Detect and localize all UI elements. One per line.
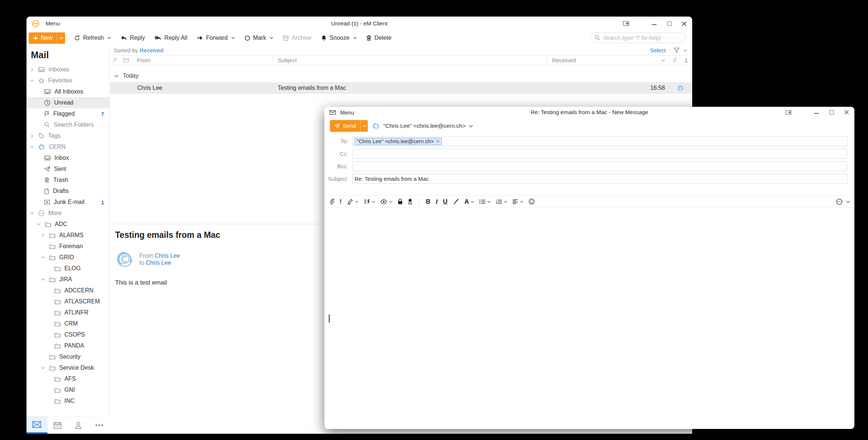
sidebar-item-service-desk[interactable]: Service Desk <box>26 362 109 373</box>
font-color-control[interactable]: A <box>465 198 474 205</box>
sign-seal-icon[interactable] <box>408 198 412 205</box>
chevron-down-icon[interactable] <box>683 49 687 52</box>
to-contact-link[interactable]: Chris Lee <box>146 260 171 266</box>
minimize-button[interactable] <box>651 21 657 27</box>
snooze-button[interactable]: Snooze <box>317 32 361 44</box>
importance-icon[interactable]: ! <box>339 198 342 205</box>
nav-calendar-button[interactable] <box>47 416 68 434</box>
bullet-list-control[interactable] <box>479 199 491 204</box>
recipient-chip[interactable]: "Chris Lee" <chris.lee@cern.ch> <box>355 138 442 145</box>
sidebar-item-sent[interactable]: Sent <box>26 163 109 175</box>
forward-button[interactable]: Forward <box>193 32 239 44</box>
minimize-button[interactable] <box>814 110 819 115</box>
layout-toggle-icon[interactable] <box>623 21 629 26</box>
format-painter-icon[interactable] <box>453 198 459 205</box>
attachment-column-header[interactable] <box>669 56 680 65</box>
numbered-list-control[interactable] <box>496 199 507 204</box>
sidebar-item-atlinfr[interactable]: ATLINFR <box>26 307 109 318</box>
quick-text-control[interactable] <box>364 199 375 205</box>
reply-all-button[interactable]: Reply All <box>150 32 191 44</box>
encrypt-lock-icon[interactable] <box>398 198 403 205</box>
new-dropdown-button[interactable] <box>57 32 65 44</box>
mark-button[interactable]: Mark <box>241 32 278 44</box>
cc-input[interactable] <box>352 149 847 159</box>
bcc-input[interactable] <box>352 161 847 171</box>
sidebar-item-crm[interactable]: CRM <box>26 318 109 329</box>
remove-recipient-icon[interactable] <box>436 140 440 143</box>
archive-button[interactable]: Archive <box>279 32 315 44</box>
from-contact-link[interactable]: Chris Lee <box>155 253 180 259</box>
chevron-down-icon[interactable] <box>846 201 850 203</box>
sidebar-item-adc[interactable]: ADC <box>26 219 109 230</box>
sidebar-item-junk[interactable]: Junk E-mail 1 <box>26 197 109 208</box>
maximize-button[interactable] <box>829 110 834 115</box>
compose-body-editor[interactable] <box>324 208 854 429</box>
sidebar-item-account-cern[interactable]: CERN <box>26 141 109 152</box>
underline-button[interactable]: U <box>443 198 448 205</box>
search-input[interactable] <box>603 35 682 41</box>
sidebar-item-more[interactable]: More <box>26 208 109 219</box>
sidebar-item-alarms[interactable]: ALARMS <box>26 230 109 241</box>
compose-menu-button[interactable]: Menu <box>340 109 354 116</box>
sidebar-item-unread[interactable]: Unread <box>26 97 109 108</box>
sidebar-item-search-folders[interactable]: Search Folders <box>26 119 109 130</box>
sidebar-item-csops[interactable]: CSOPS <box>26 329 109 340</box>
sidebar-item-tags[interactable]: Tags <box>26 130 109 141</box>
layout-toggle-icon[interactable] <box>786 110 791 115</box>
subject-field[interactable] <box>355 176 845 182</box>
contact-column-header[interactable] <box>680 56 692 65</box>
sorted-by-value[interactable]: Received <box>140 47 164 54</box>
sidebar-item-security[interactable]: Security <box>26 351 109 362</box>
flag-column-header[interactable] <box>110 58 120 63</box>
nav-more-button[interactable] <box>89 416 110 434</box>
subject-input[interactable] <box>352 174 847 184</box>
close-button[interactable] <box>682 21 687 27</box>
sidebar-item-drafts[interactable]: Drafts <box>26 186 109 197</box>
bold-button[interactable]: B <box>426 198 430 205</box>
sidebar-item-grid[interactable]: GRID <box>26 252 109 263</box>
sidebar-item-flagged[interactable]: Flagged 7 <box>26 108 109 119</box>
refresh-button[interactable]: Refresh <box>70 32 115 44</box>
emoji-icon[interactable] <box>529 198 535 205</box>
sidebar-item-gni[interactable]: GNI <box>26 384 109 395</box>
sidebar-item-trash[interactable]: Trash <box>26 175 109 186</box>
signature-control[interactable] <box>347 199 359 205</box>
from-column-header[interactable]: From <box>132 56 273 65</box>
received-column-header[interactable]: Received <box>547 56 669 65</box>
more-options-icon[interactable] <box>836 198 843 205</box>
from-account-selector[interactable]: "Chris Lee" <chris.lee@cern.ch> <box>372 122 473 130</box>
nav-contacts-button[interactable] <box>68 416 89 434</box>
sidebar-item-adccern[interactable]: ADCCERN <box>26 285 109 296</box>
sidebar-item-jira[interactable]: JIRA <box>26 274 109 285</box>
attach-icon[interactable] <box>329 198 334 205</box>
maximize-button[interactable] <box>666 21 672 27</box>
filter-icon[interactable] <box>673 47 680 53</box>
message-row[interactable]: Chris Lee Testing emails from a Mac 16:5… <box>110 82 692 94</box>
new-button[interactable]: New <box>29 32 65 44</box>
cc-field[interactable] <box>355 151 845 157</box>
group-header-today[interactable]: Today <box>110 71 692 81</box>
bcc-field[interactable] <box>355 163 845 169</box>
sidebar-item-all-inboxes[interactable]: All Inboxes <box>26 86 109 97</box>
sidebar-item-afs[interactable]: AFS <box>26 373 109 384</box>
read-status-column-header[interactable] <box>120 56 132 65</box>
sidebar-item-inbox[interactable]: Inbox <box>26 152 109 163</box>
sidebar-item-foreman[interactable]: Foreman <box>26 241 109 252</box>
sidebar-item-panda[interactable]: PANDA <box>26 340 109 351</box>
sidebar-item-inc[interactable]: INC <box>26 395 109 406</box>
search-box[interactable] <box>590 32 686 43</box>
send-dropdown-button[interactable] <box>360 120 368 132</box>
select-link[interactable]: Select <box>650 47 666 54</box>
align-control[interactable] <box>512 199 523 204</box>
sidebar-item-elog[interactable]: ELOG <box>26 263 109 274</box>
sidebar-item-atlascrem[interactable]: ATLASCREM <box>26 296 109 307</box>
italic-button[interactable]: I <box>435 198 438 205</box>
reply-button[interactable]: Reply <box>117 32 149 44</box>
nav-mail-button[interactable] <box>26 416 47 434</box>
to-input[interactable]: "Chris Lee" <chris.lee@cern.ch> <box>352 136 847 146</box>
close-button[interactable] <box>844 110 849 115</box>
sidebar-item-favorites[interactable]: Favorites <box>26 75 109 86</box>
sidebar-item-inboxes[interactable]: Inboxes <box>26 64 109 75</box>
subject-column-header[interactable]: Subject <box>273 56 547 65</box>
read-receipt-control[interactable] <box>380 199 392 204</box>
